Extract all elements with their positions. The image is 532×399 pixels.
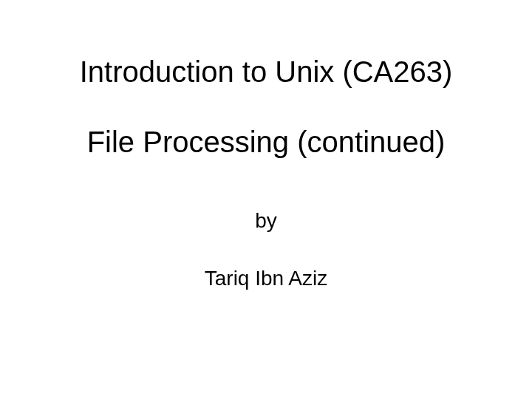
slide-title-line-1: Introduction to Unix (CA263) <box>80 55 453 89</box>
slide-title-line-2: File Processing (continued) <box>87 126 446 159</box>
by-label: by <box>255 209 277 233</box>
slide-container: Introduction to Unix (CA263) File Proces… <box>0 0 532 399</box>
author-name: Tariq Ibn Aziz <box>205 267 328 290</box>
